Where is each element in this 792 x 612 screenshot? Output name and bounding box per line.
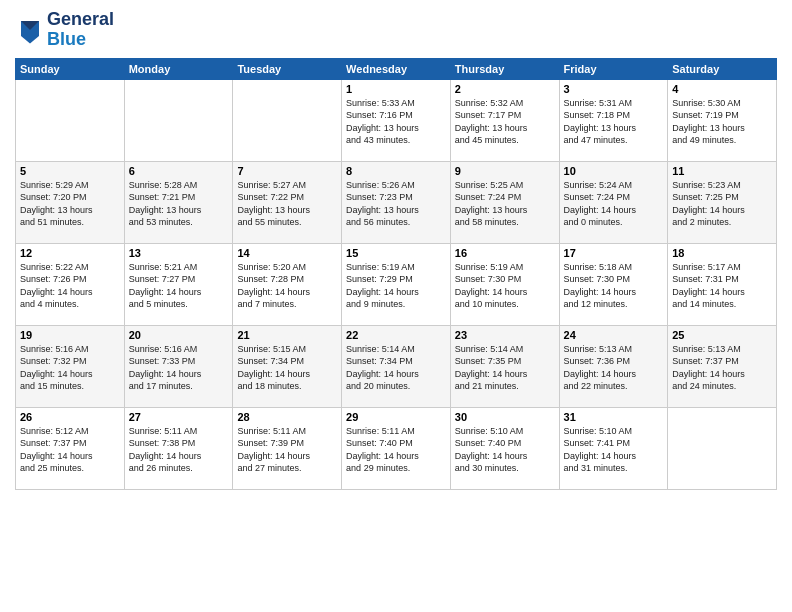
calendar-cell: 9Sunrise: 5:25 AM Sunset: 7:24 PM Daylig… (450, 161, 559, 243)
day-number: 18 (672, 247, 772, 259)
calendar-cell: 23Sunrise: 5:14 AM Sunset: 7:35 PM Dayli… (450, 325, 559, 407)
calendar-cell: 29Sunrise: 5:11 AM Sunset: 7:40 PM Dayli… (342, 407, 451, 489)
day-header-tuesday: Tuesday (233, 58, 342, 79)
day-number: 28 (237, 411, 337, 423)
calendar-cell: 5Sunrise: 5:29 AM Sunset: 7:20 PM Daylig… (16, 161, 125, 243)
day-number: 20 (129, 329, 229, 341)
logo-text-blue: Blue (47, 30, 114, 50)
calendar-cell: 24Sunrise: 5:13 AM Sunset: 7:36 PM Dayli… (559, 325, 668, 407)
day-number: 22 (346, 329, 446, 341)
day-number: 23 (455, 329, 555, 341)
calendar-cell: 10Sunrise: 5:24 AM Sunset: 7:24 PM Dayli… (559, 161, 668, 243)
day-number: 26 (20, 411, 120, 423)
day-info: Sunrise: 5:15 AM Sunset: 7:34 PM Dayligh… (237, 343, 337, 393)
calendar: SundayMondayTuesdayWednesdayThursdayFrid… (15, 58, 777, 490)
calendar-cell: 28Sunrise: 5:11 AM Sunset: 7:39 PM Dayli… (233, 407, 342, 489)
logo-icon (15, 15, 45, 45)
calendar-cell: 22Sunrise: 5:14 AM Sunset: 7:34 PM Dayli… (342, 325, 451, 407)
calendar-cell: 8Sunrise: 5:26 AM Sunset: 7:23 PM Daylig… (342, 161, 451, 243)
day-info: Sunrise: 5:10 AM Sunset: 7:40 PM Dayligh… (455, 425, 555, 475)
day-info: Sunrise: 5:14 AM Sunset: 7:35 PM Dayligh… (455, 343, 555, 393)
day-number: 2 (455, 83, 555, 95)
day-number: 6 (129, 165, 229, 177)
day-number: 15 (346, 247, 446, 259)
logo-text-general: General (47, 10, 114, 30)
day-info: Sunrise: 5:11 AM Sunset: 7:39 PM Dayligh… (237, 425, 337, 475)
calendar-cell: 6Sunrise: 5:28 AM Sunset: 7:21 PM Daylig… (124, 161, 233, 243)
day-info: Sunrise: 5:28 AM Sunset: 7:21 PM Dayligh… (129, 179, 229, 229)
day-info: Sunrise: 5:13 AM Sunset: 7:36 PM Dayligh… (564, 343, 664, 393)
day-info: Sunrise: 5:33 AM Sunset: 7:16 PM Dayligh… (346, 97, 446, 147)
calendar-cell: 18Sunrise: 5:17 AM Sunset: 7:31 PM Dayli… (668, 243, 777, 325)
calendar-cell: 2Sunrise: 5:32 AM Sunset: 7:17 PM Daylig… (450, 79, 559, 161)
calendar-cell: 31Sunrise: 5:10 AM Sunset: 7:41 PM Dayli… (559, 407, 668, 489)
calendar-cell: 11Sunrise: 5:23 AM Sunset: 7:25 PM Dayli… (668, 161, 777, 243)
day-info: Sunrise: 5:17 AM Sunset: 7:31 PM Dayligh… (672, 261, 772, 311)
week-row-4: 26Sunrise: 5:12 AM Sunset: 7:37 PM Dayli… (16, 407, 777, 489)
calendar-cell: 16Sunrise: 5:19 AM Sunset: 7:30 PM Dayli… (450, 243, 559, 325)
day-number: 9 (455, 165, 555, 177)
calendar-cell: 3Sunrise: 5:31 AM Sunset: 7:18 PM Daylig… (559, 79, 668, 161)
day-number: 27 (129, 411, 229, 423)
day-info: Sunrise: 5:16 AM Sunset: 7:33 PM Dayligh… (129, 343, 229, 393)
day-info: Sunrise: 5:13 AM Sunset: 7:37 PM Dayligh… (672, 343, 772, 393)
calendar-cell: 30Sunrise: 5:10 AM Sunset: 7:40 PM Dayli… (450, 407, 559, 489)
day-info: Sunrise: 5:22 AM Sunset: 7:26 PM Dayligh… (20, 261, 120, 311)
day-info: Sunrise: 5:30 AM Sunset: 7:19 PM Dayligh… (672, 97, 772, 147)
day-number: 24 (564, 329, 664, 341)
day-header-friday: Friday (559, 58, 668, 79)
day-number: 16 (455, 247, 555, 259)
calendar-cell: 14Sunrise: 5:20 AM Sunset: 7:28 PM Dayli… (233, 243, 342, 325)
week-row-3: 19Sunrise: 5:16 AM Sunset: 7:32 PM Dayli… (16, 325, 777, 407)
calendar-cell: 19Sunrise: 5:16 AM Sunset: 7:32 PM Dayli… (16, 325, 125, 407)
day-info: Sunrise: 5:12 AM Sunset: 7:37 PM Dayligh… (20, 425, 120, 475)
calendar-cell: 7Sunrise: 5:27 AM Sunset: 7:22 PM Daylig… (233, 161, 342, 243)
day-info: Sunrise: 5:29 AM Sunset: 7:20 PM Dayligh… (20, 179, 120, 229)
day-number: 14 (237, 247, 337, 259)
day-number: 5 (20, 165, 120, 177)
day-info: Sunrise: 5:23 AM Sunset: 7:25 PM Dayligh… (672, 179, 772, 229)
calendar-cell: 20Sunrise: 5:16 AM Sunset: 7:33 PM Dayli… (124, 325, 233, 407)
day-header-monday: Monday (124, 58, 233, 79)
page: General Blue SundayMondayTuesdayWednesda… (0, 0, 792, 612)
week-row-0: 1Sunrise: 5:33 AM Sunset: 7:16 PM Daylig… (16, 79, 777, 161)
calendar-cell (124, 79, 233, 161)
day-info: Sunrise: 5:16 AM Sunset: 7:32 PM Dayligh… (20, 343, 120, 393)
day-info: Sunrise: 5:14 AM Sunset: 7:34 PM Dayligh… (346, 343, 446, 393)
day-info: Sunrise: 5:25 AM Sunset: 7:24 PM Dayligh… (455, 179, 555, 229)
calendar-cell: 15Sunrise: 5:19 AM Sunset: 7:29 PM Dayli… (342, 243, 451, 325)
day-number: 30 (455, 411, 555, 423)
day-number: 10 (564, 165, 664, 177)
week-row-2: 12Sunrise: 5:22 AM Sunset: 7:26 PM Dayli… (16, 243, 777, 325)
header: General Blue (15, 10, 777, 50)
day-number: 25 (672, 329, 772, 341)
day-info: Sunrise: 5:10 AM Sunset: 7:41 PM Dayligh… (564, 425, 664, 475)
calendar-cell: 26Sunrise: 5:12 AM Sunset: 7:37 PM Dayli… (16, 407, 125, 489)
day-number: 7 (237, 165, 337, 177)
day-info: Sunrise: 5:21 AM Sunset: 7:27 PM Dayligh… (129, 261, 229, 311)
week-row-1: 5Sunrise: 5:29 AM Sunset: 7:20 PM Daylig… (16, 161, 777, 243)
day-info: Sunrise: 5:24 AM Sunset: 7:24 PM Dayligh… (564, 179, 664, 229)
day-info: Sunrise: 5:18 AM Sunset: 7:30 PM Dayligh… (564, 261, 664, 311)
day-number: 8 (346, 165, 446, 177)
day-number: 17 (564, 247, 664, 259)
day-number: 29 (346, 411, 446, 423)
day-number: 11 (672, 165, 772, 177)
day-info: Sunrise: 5:26 AM Sunset: 7:23 PM Dayligh… (346, 179, 446, 229)
logo: General Blue (15, 10, 114, 50)
day-info: Sunrise: 5:11 AM Sunset: 7:38 PM Dayligh… (129, 425, 229, 475)
day-number: 21 (237, 329, 337, 341)
calendar-cell: 4Sunrise: 5:30 AM Sunset: 7:19 PM Daylig… (668, 79, 777, 161)
day-header-wednesday: Wednesday (342, 58, 451, 79)
day-header-thursday: Thursday (450, 58, 559, 79)
day-number: 13 (129, 247, 229, 259)
day-number: 3 (564, 83, 664, 95)
day-info: Sunrise: 5:11 AM Sunset: 7:40 PM Dayligh… (346, 425, 446, 475)
calendar-cell: 13Sunrise: 5:21 AM Sunset: 7:27 PM Dayli… (124, 243, 233, 325)
day-info: Sunrise: 5:19 AM Sunset: 7:29 PM Dayligh… (346, 261, 446, 311)
calendar-cell (233, 79, 342, 161)
calendar-cell: 21Sunrise: 5:15 AM Sunset: 7:34 PM Dayli… (233, 325, 342, 407)
day-header-saturday: Saturday (668, 58, 777, 79)
day-info: Sunrise: 5:32 AM Sunset: 7:17 PM Dayligh… (455, 97, 555, 147)
day-header-sunday: Sunday (16, 58, 125, 79)
